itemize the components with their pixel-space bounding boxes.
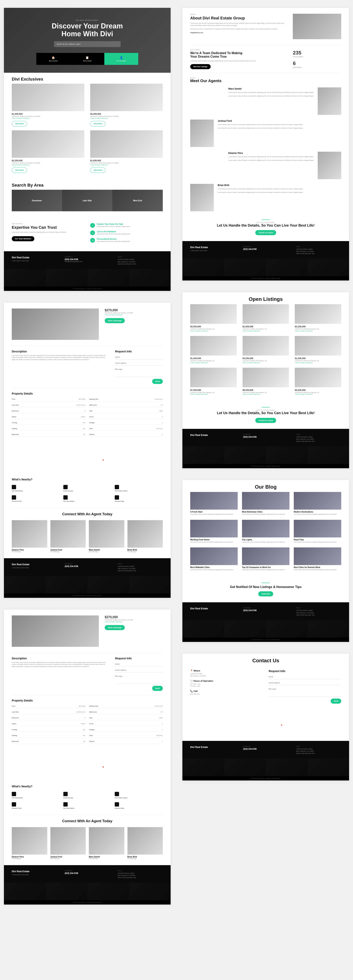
subscribe-button[interactable]: Subscribe: [258, 591, 273, 597]
footer: Divi Real EstateLorem ipsum dolor amet. …: [4, 865, 171, 905]
contact-button[interactable]: Contact an Agent: [256, 418, 276, 423]
name-input[interactable]: [115, 355, 163, 360]
spec-row: BasementNo: [12, 739, 85, 744]
blog-card[interactable]: Best Cities for Remote WorkLorem ipsum d…: [294, 547, 341, 571]
blog-card[interactable]: Modern DestinationsLorem ipsum dolor sit…: [294, 492, 341, 515]
view-more-button[interactable]: View More: [12, 121, 27, 126]
message-input[interactable]: [115, 674, 163, 684]
listing-card[interactable]: $4,250,0001234 Divi St. #1000, San Franc…: [90, 84, 163, 126]
agent-photo: [12, 827, 47, 854]
view-more-button[interactable]: View More: [12, 167, 27, 173]
listing-image: [12, 130, 84, 158]
agent-card[interactable]: Eleanor PeraSend Message: [12, 520, 47, 552]
blog-image: [294, 520, 341, 538]
map[interactable]: [12, 444, 163, 472]
nearby-grid: Divi ElementaryExtra GroceryDivi Public …: [4, 483, 171, 508]
name-input[interactable]: [269, 675, 341, 679]
blog-card[interactable]: City LightsLorem ipsum dolor sit amet co…: [242, 520, 289, 543]
spec-row: Land Size16,542 Sq Ft: [12, 403, 85, 407]
nearby-item: Divi Public Library: [115, 485, 163, 492]
listing-card[interactable]: $1,650,0001234 Divi St. #1000, San Franc…: [90, 130, 163, 173]
send-button[interactable]: Send: [331, 698, 341, 704]
map[interactable]: [12, 751, 163, 779]
contact-button[interactable]: Contact an Agent: [256, 230, 276, 235]
listing-card[interactable]: $2,250,0001234 Divi St. #1000, San Franc…: [12, 130, 84, 173]
spec-row: Land Size16,542 Sq Ft: [12, 710, 85, 714]
blog-card[interactable]: Working From HomeLorem ipsum dolor sit a…: [190, 520, 238, 543]
listing-card[interactable]: $1,650,0001234 Divi St. #1000, San Franc…: [243, 304, 289, 332]
cta-agent[interactable]: 👤Find an Agent: [104, 53, 138, 65]
listing-card[interactable]: $3,250,0001234 Divi St. #1000, San Franc…: [190, 304, 237, 332]
blog-card[interactable]: A Fresh StartLorem ipsum dolor sit amet …: [190, 492, 238, 515]
email-input[interactable]: [115, 668, 163, 673]
footer: Divi Real EstateLorem ipsum dolor amet. …: [4, 558, 171, 598]
blog-page: Our Blog A Fresh StartLorem ipsum dolor …: [182, 480, 349, 642]
message-input[interactable]: [115, 367, 163, 377]
hero: Divi Real Estate Agency Discover Your Dr…: [4, 8, 171, 73]
listing-card[interactable]: $9,250,0001234 Divi St. #1000, San Franc…: [243, 368, 289, 396]
agent-photo: [128, 520, 163, 547]
feature-item: ≡List on the DatabaseLorem ipsum dolor s…: [90, 231, 163, 235]
agent-card[interactable]: Eleanor PeraSend Message: [12, 827, 47, 859]
listing-card[interactable]: $4,250,0001234 Divi St. #1000, San Franc…: [243, 336, 289, 364]
blog-card[interactable]: Most Bohemian CitiesLorem ipsum dolor si…: [242, 492, 289, 515]
about-page: About About Divi Real Estate Group Lorem…: [182, 8, 349, 280]
nearby-grid: Divi ElementaryExtra GroceryDivi Public …: [4, 790, 171, 815]
blog-card[interactable]: Road TripsLorem ipsum dolor sit amet con…: [294, 520, 341, 543]
feature-item: ✦Personalized ServiceLorem ipsum dolor s…: [90, 238, 163, 243]
area-tile[interactable]: Lake Side: [62, 190, 113, 211]
blog-card[interactable]: Top 10 Companies to Work ForLorem ipsum …: [242, 547, 289, 571]
clipboard-icon: 📋: [72, 56, 102, 59]
agent-photo: [50, 520, 86, 547]
spec-row: HOA$215/mo: [89, 733, 163, 738]
footer: Divi Real Estate Contact(923) 234-6788 V…: [182, 602, 349, 642]
agent-card[interactable]: Brian BrittSend Message: [128, 827, 163, 859]
message-button[interactable]: Send a Message: [105, 625, 125, 630]
agent-list: Mara SantelLorem ipsum dolor sit amet, c…: [182, 85, 349, 214]
map[interactable]: [190, 710, 341, 737]
area-tile[interactable]: West End: [112, 190, 163, 211]
message-button[interactable]: Send a Message: [105, 318, 125, 323]
message-input[interactable]: [269, 687, 341, 697]
listings-page: Open Listings $3,250,0001234 Divi St. #1…: [182, 292, 349, 468]
cta-sell[interactable]: 📋Sell a Home: [70, 53, 104, 65]
team-button[interactable]: Our Team Members: [12, 236, 34, 241]
blog-image: [242, 520, 289, 538]
see-listings-button[interactable]: See Our Listings: [190, 64, 211, 69]
listing-card[interactable]: $5,250,0001234 Divi St. #1000, San Franc…: [295, 368, 341, 396]
agent-photo: [89, 520, 125, 547]
listing-card[interactable]: $1,250,0001234 Divi St. #1000, San Franc…: [190, 336, 237, 364]
agent-card[interactable]: Mara SantelSend Message: [89, 520, 125, 552]
blog-image: [294, 492, 341, 510]
listing-image: [190, 304, 237, 324]
listing-card[interactable]: $7,250,0001234 Divi St. #1000, San Franc…: [190, 368, 237, 396]
areas-row: Downtown Lake Side West End: [4, 190, 171, 217]
spec-row: Bedrooms3: [12, 409, 85, 413]
nearby-item: Monarch Park: [12, 802, 60, 809]
spec-row: Kitchen1: [89, 433, 163, 437]
nearby-item: Divi Gas Station: [63, 802, 112, 809]
area-tile[interactable]: Downtown: [12, 190, 62, 211]
hero-search[interactable]: Search by Zip, Address, Agent: [54, 41, 121, 47]
nearby-item: Extra Grocery: [63, 485, 112, 492]
send-button[interactable]: Send: [152, 379, 163, 384]
view-more-button[interactable]: View More: [90, 121, 105, 126]
listing-card[interactable]: $1,250,0001234 Divi St. #1000, San Franc…: [295, 336, 341, 364]
blog-card[interactable]: Most Walkable CitiesLorem ipsum dolor si…: [190, 547, 238, 571]
spec-row: Bathrooms2.5: [89, 403, 163, 407]
send-button[interactable]: Send: [152, 686, 163, 691]
agent-card[interactable]: Joshua FordSend Message: [50, 827, 86, 859]
name-input[interactable]: [115, 662, 163, 667]
email-input[interactable]: [269, 681, 341, 685]
email-input[interactable]: [115, 361, 163, 366]
agent-card[interactable]: Joshua FordSend Message: [50, 520, 86, 552]
nearby-item: Monarch Bay: [115, 495, 163, 502]
listing-card[interactable]: $2,250,0001234 Divi St. #1000, San Franc…: [295, 304, 341, 332]
areas-header: Search By Area: [4, 179, 171, 190]
view-more-button[interactable]: View More: [90, 167, 105, 173]
list-icon: ≡: [90, 231, 95, 235]
agent-card[interactable]: Brian BrittSend Message: [128, 520, 163, 552]
listing-card[interactable]: $1,250,0001234 Divi St. #1000, San Franc…: [12, 84, 84, 126]
agent-card[interactable]: Mara SantelSend Message: [89, 827, 125, 859]
cta-buy[interactable]: 🏠Buy a Home: [36, 53, 70, 65]
